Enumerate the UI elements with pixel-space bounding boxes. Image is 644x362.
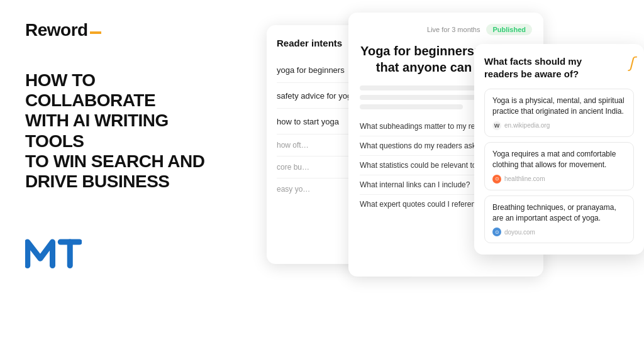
heading-line1: HOW TO COLLABORATE bbox=[25, 70, 226, 111]
left-section: Reword HOW TO COLLABORATE WITH AI WRITIN… bbox=[0, 0, 252, 362]
facts-title: What facts should my readers be aware of… bbox=[484, 55, 610, 80]
source-icon-3: ⊙ bbox=[492, 228, 501, 236]
martech-logo bbox=[25, 229, 226, 273]
fact-card-2: Yoga requires a mat and comfortable clot… bbox=[484, 142, 634, 190]
gray-line-3 bbox=[360, 104, 463, 109]
fact-source-2: ⊙ healthline.com bbox=[492, 175, 626, 184]
heading-line3: TO WIN SEARCH AND bbox=[25, 151, 226, 172]
intent-text-5: core bu… bbox=[277, 163, 309, 172]
card-facts: What facts should my readers be aware of… bbox=[474, 44, 644, 255]
logo: Reword bbox=[25, 20, 226, 40]
published-badge: Published bbox=[486, 24, 532, 35]
fact-card-3: Breathing techniques, or pranayama, are … bbox=[484, 195, 634, 244]
fact-text-3: Breathing techniques, or pranayama, are … bbox=[492, 202, 626, 224]
intent-text-2: safety advice for yoga bbox=[277, 91, 356, 101]
logo-text: Reword bbox=[25, 20, 88, 40]
source-label-1: en.wikipedia.org bbox=[504, 122, 550, 129]
martech-icon bbox=[25, 229, 82, 273]
source-icon-2: ⊙ bbox=[492, 175, 501, 184]
fact-source-1: W en.wikipedia.org bbox=[492, 121, 626, 130]
heading-line4: DRIVE BUSINESS bbox=[25, 172, 226, 192]
fact-card-1: Yoga is a physical, mental, and spiritua… bbox=[484, 89, 634, 137]
cards-area: Reader intents yoga for beginners ✓ safe… bbox=[254, 0, 644, 362]
intent-text-6: easy yo… bbox=[277, 185, 310, 194]
logo-underscore bbox=[90, 31, 101, 34]
facts-header: What facts should my readers be aware of… bbox=[484, 55, 634, 80]
intent-text-1: yoga for beginners bbox=[277, 65, 345, 75]
facts-decorative-icon: ʃ bbox=[629, 55, 634, 70]
intent-text-3: how to start yoga bbox=[277, 117, 339, 126]
fact-text-1: Yoga is a physical, mental, and spiritua… bbox=[492, 96, 626, 118]
source-label-3: doyou.com bbox=[504, 229, 535, 236]
intent-text-4: how oft… bbox=[277, 141, 309, 150]
live-text: Live for 3 months bbox=[427, 26, 480, 33]
fact-text-2: Yoga requires a mat and comfortable clot… bbox=[492, 149, 626, 171]
heading-line2: WITH AI WRITING TOOLS bbox=[25, 111, 226, 151]
main-heading: HOW TO COLLABORATE WITH AI WRITING TOOLS… bbox=[25, 70, 226, 192]
yoga-meta: Live for 3 months Published bbox=[360, 24, 532, 35]
source-icon-1: W bbox=[492, 121, 501, 130]
fact-source-3: ⊙ doyou.com bbox=[492, 228, 626, 236]
source-label-2: healthline.com bbox=[504, 175, 545, 182]
